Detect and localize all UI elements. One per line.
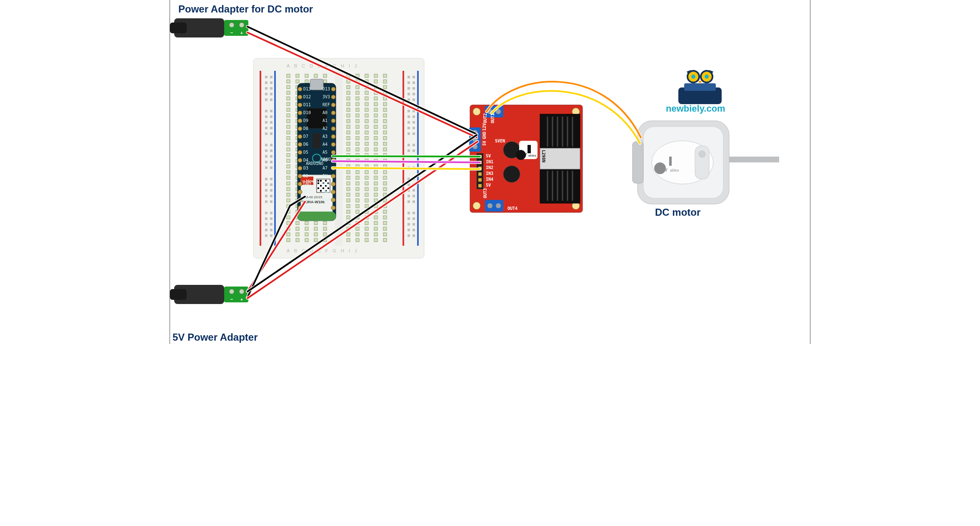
svg-rect-372 [296,222,299,225]
svg-rect-355 [412,212,415,214]
svg-rect-103 [347,108,350,112]
svg-text:–: – [230,297,233,302]
svg-point-467 [298,158,302,162]
svg-rect-31 [383,74,387,77]
svg-rect-234 [265,161,268,163]
svg-rect-220 [265,155,268,157]
svg-rect-436 [318,182,319,184]
svg-rect-51 [347,85,350,89]
svg-rect-560 [478,172,482,176]
svg-rect-17 [402,71,404,246]
svg-rect-109 [374,108,378,112]
svg-rect-580 [684,83,716,91]
svg-rect-335 [356,204,359,208]
svg-rect-151 [374,125,378,128]
svg-text:A  B  C  D  E               F : A B C D E F G H I J [287,248,359,253]
svg-rect-9 [224,287,248,302]
svg-rect-201 [365,148,368,151]
svg-point-507 [331,190,335,194]
svg-rect-366 [265,217,268,220]
svg-rect-337 [365,204,368,208]
svg-rect-64 [287,91,290,95]
svg-text:D3: D3 [303,166,308,170]
svg-rect-107 [365,108,368,112]
svg-rect-189 [374,142,378,145]
svg-rect-443 [328,187,329,189]
svg-rect-161 [356,131,359,134]
svg-rect-396 [408,229,410,231]
svg-rect-193 [270,144,272,146]
svg-rect-24 [296,74,299,77]
svg-text:DIY: DIY [660,167,668,172]
svg-rect-252 [287,170,290,174]
svg-rect-261 [383,170,387,174]
svg-rect-208 [408,150,410,152]
svg-rect-34 [408,76,410,78]
svg-rect-398 [287,233,290,236]
svg-rect-399 [347,233,350,236]
svg-text:D7: D7 [303,134,308,139]
svg-rect-271 [383,176,387,179]
svg-text:5V: 5V [486,154,491,158]
svg-rect-439 [320,185,322,187]
svg-text:A2: A2 [322,126,328,131]
svg-rect-376 [314,222,318,225]
svg-rect-125 [383,114,387,117]
svg-rect-35 [412,76,415,78]
svg-rect-319 [347,199,350,202]
svg-rect-262 [287,176,290,179]
svg-rect-209 [412,150,415,152]
svg-text:D13: D13 [322,87,330,91]
svg-rect-8 [170,289,187,300]
svg-rect-65 [347,91,350,95]
svg-rect-390 [314,227,318,230]
svg-text:A4: A4 [322,142,328,147]
svg-rect-121 [365,114,368,117]
svg-rect-101 [383,102,387,106]
svg-rect-181 [383,137,387,140]
svg-rect-317 [412,195,415,197]
svg-rect-89 [270,98,272,101]
svg-rect-297 [374,187,378,191]
svg-rect-79 [347,97,350,100]
svg-rect-330 [408,200,410,203]
svg-rect-418 [314,238,318,242]
svg-rect-83 [365,97,368,100]
svg-rect-45 [383,80,387,83]
svg-rect-93 [347,102,350,106]
svg-rect-112 [265,110,268,112]
svg-rect-163 [365,131,368,134]
svg-rect-221 [270,155,272,157]
svg-rect-126 [265,115,268,118]
svg-point-457 [298,119,302,123]
svg-rect-153 [383,125,387,128]
svg-text:A1: A1 [322,118,328,123]
svg-text:+: + [240,297,243,302]
l298n-out34 [485,200,503,212]
svg-text:A5: A5 [322,150,328,155]
svg-point-481 [331,87,335,91]
svg-text:D12: D12 [303,95,311,99]
svg-rect-352 [265,212,268,214]
svg-text:+: + [240,30,243,35]
svg-rect-177 [365,137,368,140]
svg-rect-375 [365,222,368,225]
svg-rect-170 [408,132,410,135]
svg-rect-15 [260,71,261,246]
svg-rect-272 [265,178,268,180]
svg-rect-183 [347,142,350,145]
svg-point-493 [331,135,335,139]
svg-rect-48 [408,82,410,84]
svg-rect-556 [477,153,483,189]
brand-owl-icon [678,70,722,104]
svg-rect-59 [383,85,387,89]
svg-rect-149 [365,125,368,128]
svg-rect-404 [314,233,318,236]
svg-rect-354 [408,212,410,214]
svg-rect-562 [478,184,482,187]
svg-text:IN3: IN3 [486,171,493,176]
svg-rect-287 [270,183,272,186]
svg-rect-142 [408,121,410,124]
svg-point-575 [698,150,706,158]
svg-rect-316 [408,195,410,197]
